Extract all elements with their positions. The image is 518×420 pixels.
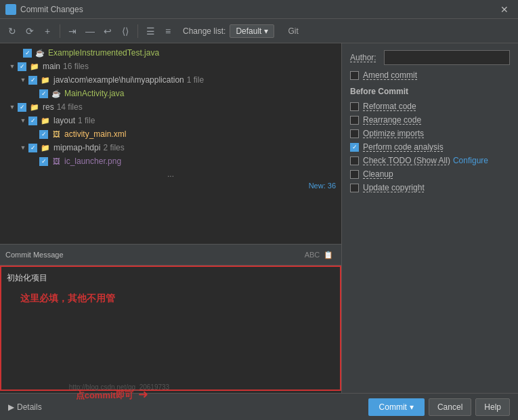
tree-checkbox[interactable] bbox=[18, 62, 26, 71]
tree-arrow: ▼ bbox=[19, 144, 27, 151]
window-title: Commit Changes bbox=[20, 5, 83, 14]
tree-label: main bbox=[43, 62, 60, 71]
tree-item-activity-main[interactable]: 🖼 activity_main.xml bbox=[0, 127, 341, 141]
reformat-label: Reformat code bbox=[363, 102, 416, 111]
commit-button[interactable]: Commit ▾ bbox=[368, 398, 425, 416]
commit-dropdown-arrow[interactable]: ▾ bbox=[410, 402, 414, 412]
author-input[interactable] bbox=[384, 50, 510, 65]
commit-textarea-container: 初始化项目 这里必填，其他不用管 bbox=[0, 266, 341, 393]
tree-item-main[interactable]: ▼ 📁 main 16 files bbox=[0, 60, 341, 73]
tree-item-java-path[interactable]: ▼ 📁 java\com\example\hui\myapplication 1… bbox=[0, 73, 341, 87]
template-btn[interactable]: 📋 bbox=[321, 247, 336, 262]
tree-count: 1 file bbox=[187, 75, 204, 85]
expand-btn[interactable]: ☰ bbox=[142, 23, 158, 39]
close-button[interactable]: ✕ bbox=[496, 3, 513, 16]
amend-commit-row[interactable]: Amend commit bbox=[350, 70, 510, 80]
rearrange-checkbox[interactable] bbox=[350, 116, 359, 125]
folder-icon: 📁 bbox=[40, 142, 51, 153]
commit-header: Commit Message ABC 📋 bbox=[0, 245, 341, 266]
tree-count: 2 files bbox=[103, 143, 124, 152]
commit-header-title: Commit Message bbox=[5, 251, 64, 259]
new-count: New: 36 bbox=[0, 180, 341, 191]
title-bar: Commit Changes ✕ bbox=[0, 0, 518, 19]
rearrange-row[interactable]: Rearrange code bbox=[350, 115, 510, 125]
code-analysis-label: Perform code analysis bbox=[363, 142, 444, 152]
tree-count: 16 files bbox=[63, 62, 89, 71]
tree-item-res[interactable]: ▼ 📁 res 14 files bbox=[0, 100, 341, 114]
commit-label: Commit bbox=[379, 402, 407, 412]
tree-item-example-test[interactable]: ☕ ExampleInstrumentedTest.java bbox=[0, 46, 341, 60]
update-copyright-label: Update copyright bbox=[363, 183, 425, 192]
tree-item-main-activity[interactable]: ☕ MainActivity.java bbox=[0, 87, 341, 100]
tree-checkbox[interactable] bbox=[23, 49, 32, 58]
right-panel: Author: Amend commit Before Commit Refor… bbox=[342, 43, 518, 393]
code-analysis-row[interactable]: Perform code analysis bbox=[350, 142, 510, 152]
help-button[interactable]: Help bbox=[475, 398, 510, 416]
author-row: Author: bbox=[350, 50, 510, 65]
update-copyright-checkbox[interactable] bbox=[350, 184, 359, 192]
tree-item-mipmap-hdpi[interactable]: ▼ 📁 mipmap-hdpi 2 files bbox=[0, 141, 341, 154]
commit-message-input[interactable]: 初始化项目 bbox=[0, 266, 341, 391]
reformat-row[interactable]: Reformat code bbox=[350, 102, 510, 111]
tree-label: activity_main.xml bbox=[64, 129, 126, 139]
code-analysis-checkbox[interactable] bbox=[350, 143, 359, 152]
optimize-checkbox[interactable] bbox=[350, 129, 359, 138]
git-tab[interactable]: Git bbox=[284, 24, 302, 39]
remove-btn[interactable]: — bbox=[82, 23, 98, 39]
cleanup-row[interactable]: Cleanup bbox=[350, 169, 510, 179]
add-btn[interactable]: + bbox=[39, 23, 56, 39]
toolbar: ↻ ⟳ + ⇥ — ↩ ⟨⟩ ☰ ≡ Change list: Default … bbox=[0, 19, 518, 43]
check-todo-checkbox[interactable] bbox=[350, 156, 359, 165]
configure-link[interactable]: Configure bbox=[453, 156, 488, 165]
folder-icon: 📁 bbox=[29, 61, 40, 72]
details-label: Details bbox=[17, 402, 42, 412]
svg-point-0 bbox=[7, 6, 14, 13]
sep2 bbox=[137, 24, 138, 38]
java-file-icon: ☕ bbox=[35, 47, 45, 58]
tree-checkbox[interactable] bbox=[28, 144, 37, 152]
dropdown-arrow: ▾ bbox=[264, 26, 268, 36]
amend-checkbox[interactable] bbox=[350, 71, 359, 80]
tree-checkbox[interactable] bbox=[39, 157, 48, 166]
collapse-btn[interactable]: ≡ bbox=[160, 23, 176, 39]
tree-count: 1 file bbox=[78, 116, 95, 125]
tree-label: ic_launcher.png bbox=[64, 156, 121, 166]
watermark: http://blog.csdn.net/qq_20619733 bbox=[69, 383, 169, 391]
update-btn[interactable]: ⟳ bbox=[22, 23, 38, 39]
changelist-dropdown[interactable]: Default ▾ bbox=[230, 24, 274, 38]
content-area: ☕ ExampleInstrumentedTest.java ▼ 📁 main … bbox=[0, 43, 518, 393]
tree-checkbox[interactable] bbox=[28, 76, 37, 85]
optimize-row[interactable]: Optimize imports bbox=[350, 129, 510, 138]
move-btn[interactable]: ⇥ bbox=[64, 23, 81, 39]
tree-checkbox[interactable] bbox=[28, 117, 37, 125]
back-btn[interactable]: ↩ bbox=[100, 23, 116, 39]
tree-label: java\com\example\hui\myapplication bbox=[53, 75, 184, 85]
details-toggle[interactable]: ▶ Details bbox=[8, 402, 42, 412]
reformat-checkbox[interactable] bbox=[350, 102, 359, 111]
spell-check-btn[interactable]: ABC bbox=[305, 247, 320, 262]
folder-icon: 📁 bbox=[40, 115, 51, 126]
check-todo-row[interactable]: Check TODO (Show All) Configure bbox=[350, 156, 510, 165]
tree-arrow: ▼ bbox=[19, 77, 27, 83]
tree-label: res bbox=[43, 102, 54, 112]
sep1 bbox=[60, 24, 60, 38]
tree-item-layout[interactable]: ▼ 📁 layout 1 file bbox=[0, 114, 341, 127]
app-icon bbox=[5, 4, 16, 15]
tree-checkbox[interactable] bbox=[18, 103, 26, 112]
cleanup-checkbox[interactable] bbox=[350, 170, 359, 179]
refresh-btn[interactable]: ↻ bbox=[4, 23, 20, 39]
tree-checkbox[interactable] bbox=[39, 130, 48, 139]
xml-file-icon: 🖼 bbox=[51, 129, 62, 140]
file-tree[interactable]: ☕ ExampleInstrumentedTest.java ▼ 📁 main … bbox=[0, 43, 341, 244]
folder-icon: 📁 bbox=[29, 102, 40, 112]
cancel-button[interactable]: Cancel bbox=[429, 398, 471, 416]
amend-label: Amend commit bbox=[363, 70, 417, 80]
update-copyright-row[interactable]: Update copyright bbox=[350, 183, 510, 192]
tree-arrow: ▼ bbox=[8, 104, 16, 110]
png-file-icon: 🖼 bbox=[51, 156, 62, 167]
diff-btn[interactable]: ⟨⟩ bbox=[117, 23, 133, 39]
tree-item-ic-launcher[interactable]: 🖼 ic_launcher.png bbox=[0, 154, 341, 168]
tree-arrow: ▼ bbox=[19, 117, 27, 124]
tree-checkbox[interactable] bbox=[39, 89, 48, 98]
cleanup-label: Cleanup bbox=[363, 169, 393, 179]
